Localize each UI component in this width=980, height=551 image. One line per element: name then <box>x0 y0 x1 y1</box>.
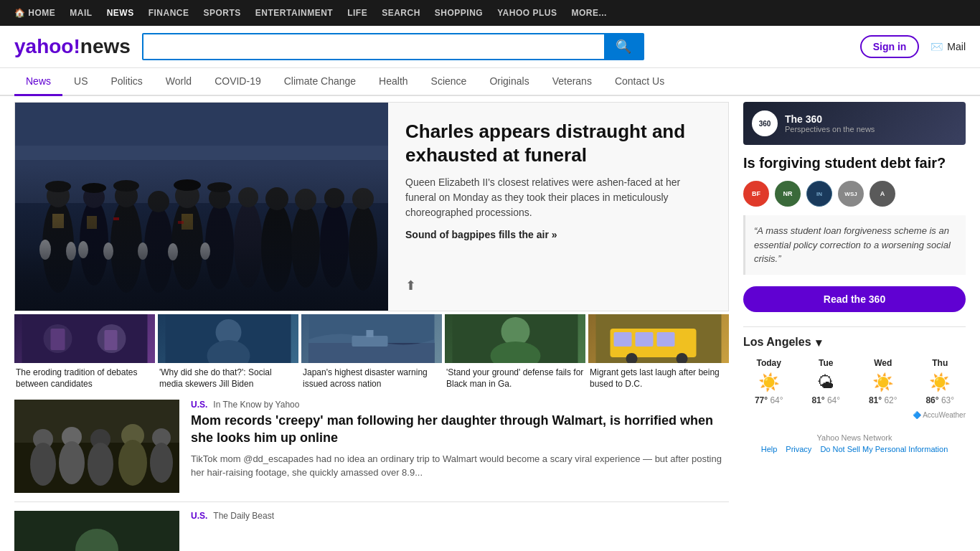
article-source-2: U.S. <box>191 511 207 521</box>
catnav-originals[interactable]: Originals <box>478 68 540 96</box>
weather-low-today: 64° <box>770 395 783 405</box>
svg-rect-62 <box>657 332 675 347</box>
svg-rect-40 <box>113 217 119 220</box>
weather-day-thu: Thu ☀️ 86° 63° <box>915 358 966 405</box>
weather-icon-wed: ☀️ <box>857 372 909 392</box>
weather-label-wed: Wed <box>857 358 909 368</box>
nav-finance[interactable]: FINANCE <box>149 8 189 18</box>
svg-point-6 <box>83 187 105 208</box>
svg-point-26 <box>349 204 377 291</box>
sidebar-question: Is forgiving student debt fair? <box>743 154 966 172</box>
site-logo[interactable]: yahoo! news <box>14 35 131 58</box>
catnav-news[interactable]: News <box>14 68 62 96</box>
source-icon-nr: NR <box>775 181 801 207</box>
weather-location[interactable]: Los Angeles ▾ <box>743 336 966 349</box>
thumb-item-jill[interactable]: 'Why did she do that?': Social media ske… <box>158 314 298 391</box>
nav-entertainment[interactable]: ENTERTAINMENT <box>255 8 333 18</box>
svg-rect-47 <box>105 330 118 350</box>
catnav-world[interactable]: World <box>154 68 203 96</box>
footer-help[interactable]: Help <box>761 445 778 453</box>
article-meta-walmart: U.S. In The Know by Yahoo <box>191 400 729 410</box>
hero-image[interactable] <box>15 103 388 311</box>
thumb-item-japan[interactable]: Japan's highest disaster warning issued … <box>301 314 442 391</box>
nav-sports[interactable]: SPORTS <box>204 8 241 18</box>
svg-rect-53 <box>352 336 388 347</box>
weather-day-today: Today ☀️ 77° 64° <box>743 358 795 405</box>
catnav-us[interactable]: US <box>62 68 99 96</box>
read-360-button[interactable]: Read the 360 <box>743 286 966 312</box>
hero-link[interactable]: Sound of bagpipes fills the air » <box>405 229 711 240</box>
svg-point-31 <box>103 242 113 260</box>
signin-button[interactable]: Sign in <box>860 35 920 58</box>
nav-news[interactable]: NEWS <box>107 8 134 18</box>
article-summary-walmart: TikTok mom @dd_escapades had no idea an … <box>191 452 729 480</box>
catnav-health[interactable]: Health <box>367 68 419 96</box>
catnav-science[interactable]: Science <box>420 68 479 96</box>
catnav-covid19[interactable]: COVID-19 <box>203 68 273 96</box>
svg-point-34 <box>200 242 210 260</box>
footer-donotsell[interactable]: Do Not Sell My Personal Information <box>820 445 948 453</box>
svg-point-33 <box>168 243 178 260</box>
svg-rect-42 <box>15 246 388 311</box>
catnav-contactus[interactable]: Contact Us <box>603 68 676 96</box>
svg-point-32 <box>138 242 148 260</box>
svg-point-22 <box>291 204 320 288</box>
article-item-walmart: U.S. In The Know by Yahoo Mom records 'c… <box>14 391 729 502</box>
nav-shopping[interactable]: SHOPPING <box>435 8 483 18</box>
svg-rect-41 <box>178 221 184 224</box>
svg-point-7 <box>110 199 142 293</box>
catnav-veterans[interactable]: Veterans <box>541 68 603 96</box>
mail-link[interactable]: ✉️ Mail <box>930 41 966 52</box>
weather-icon-today: ☀️ <box>743 372 795 392</box>
svg-rect-2 <box>15 146 388 203</box>
article-title-walmart[interactable]: Mom records 'creepy' man following her d… <box>191 413 729 446</box>
site-header: yahoo! news 🔍 Sign in ✉️ Mail <box>0 26 980 68</box>
svg-point-28 <box>39 240 51 260</box>
search-button[interactable]: 🔍 <box>604 34 643 59</box>
footer-network: Yahoo News Network <box>743 433 966 442</box>
thumb-item-migrant[interactable]: Migrant gets last laugh after being buse… <box>588 314 729 391</box>
sidebar: 360 The 360 Perspectives on the news Is … <box>743 96 966 551</box>
weather-dropdown-icon: ▾ <box>816 336 821 349</box>
svg-point-30 <box>78 241 88 258</box>
nav-life[interactable]: LIFE <box>347 8 367 18</box>
svg-rect-10 <box>87 216 97 229</box>
weather-low-thu: 63° <box>941 395 954 405</box>
thumb-item-groundd[interactable]: 'Stand your ground' defense fails for Bl… <box>445 314 585 391</box>
svg-rect-15 <box>182 214 193 230</box>
svg-point-37 <box>113 180 139 192</box>
nav-home[interactable]: 🏠 HOME <box>14 8 55 18</box>
article-item-2: U.S. The Daily Beast <box>14 502 729 551</box>
nav-mail[interactable]: MAIL <box>70 8 92 18</box>
weather-temps-today: 77° 64° <box>743 395 795 405</box>
share-button[interactable]: ⬆ <box>405 278 711 293</box>
thumb-item-debates[interactable]: The eroding tradition of debates between… <box>14 314 155 391</box>
sidebar-360-promo[interactable]: 360 The 360 Perspectives on the news <box>743 102 966 145</box>
svg-point-11 <box>144 207 173 293</box>
nav-search[interactable]: SEARCH <box>382 8 420 18</box>
search-input[interactable] <box>143 34 604 59</box>
article-meta-2: U.S. The Daily Beast <box>191 511 729 521</box>
weather-low-tue: 64° <box>827 395 840 405</box>
hero-content: Charles appears distraught and exhausted… <box>388 103 728 311</box>
thumb-caption-jill: 'Why did she do that?': Social media ske… <box>158 363 298 391</box>
footer-privacy[interactable]: Privacy <box>786 445 811 453</box>
source-icon-buzzfeed: BF <box>743 181 769 207</box>
svg-point-16 <box>205 203 234 289</box>
svg-point-17 <box>209 187 230 209</box>
article-thumb-2[interactable] <box>14 511 179 551</box>
source-icon-in: IN <box>806 181 832 207</box>
svg-rect-46 <box>51 329 65 350</box>
catnav-politics[interactable]: Politics <box>99 68 154 96</box>
svg-point-74 <box>118 440 147 486</box>
weather-label-thu: Thu <box>915 358 966 368</box>
nav-more[interactable]: MORE... <box>571 8 607 18</box>
weather-temps-tue: 81° 64° <box>801 395 852 405</box>
svg-rect-0 <box>15 103 388 311</box>
article-thumb-walmart[interactable] <box>14 400 179 493</box>
svg-point-38 <box>174 179 201 191</box>
svg-point-3 <box>42 199 74 293</box>
nav-yahooplus[interactable]: YAHOO PLUS <box>497 8 557 18</box>
svg-point-68 <box>30 443 56 486</box>
catnav-climate[interactable]: Climate Change <box>273 68 367 96</box>
